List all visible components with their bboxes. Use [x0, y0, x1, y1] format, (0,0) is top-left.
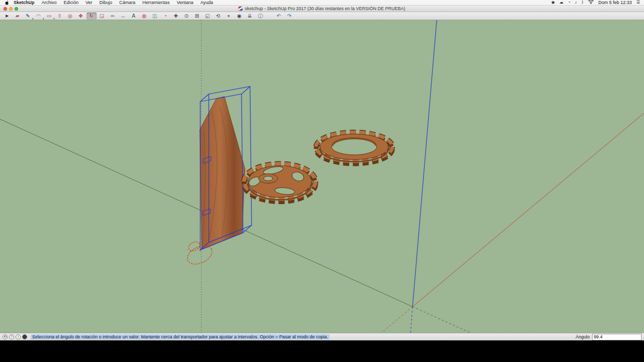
window-title-bar[interactable]: sketchup - SketchUp Pro 2017 (30 días re…	[0, 6, 644, 12]
look-around-icon: ◉	[234, 13, 245, 19]
time-machine-icon[interactable]: ◔	[568, 0, 571, 5]
sketchup-doc-icon	[238, 7, 243, 11]
menu-herramientas[interactable]: Herramientas	[139, 0, 173, 5]
eraser-icon: ▰	[13, 13, 23, 19]
zoom-extents-icon: ◱	[203, 13, 213, 19]
text-icon: A	[129, 13, 139, 19]
angle-label: Ángulo	[576, 334, 590, 339]
menu-status-area: ◉ ☁ ◔ ♪ ᛒ Dom 5 feb 12:33 ☰	[551, 0, 644, 6]
zoom-window-icon: ⊞	[192, 13, 202, 19]
tool-line-button[interactable]: ✎▾	[23, 13, 33, 20]
arc-icon: ◠	[34, 13, 44, 19]
measurement-area: Ángulo	[576, 334, 641, 340]
position-camera-icon: ⌖	[224, 13, 234, 19]
tool-rotate-button[interactable]: ↻	[87, 13, 97, 20]
angle-input[interactable]	[592, 334, 641, 340]
menu-camara[interactable]: Cámara	[116, 0, 139, 5]
help-icon[interactable]: ?	[9, 334, 14, 339]
screen: SketchUp Archivo Edición Ver Dibujo Cáma…	[0, 0, 644, 362]
close-button[interactable]	[4, 7, 7, 11]
apple-menu[interactable]	[3, 0, 10, 5]
protractor-center-point	[200, 250, 201, 251]
traffic-lights	[4, 7, 18, 11]
app-status-icon[interactable]: ◉	[551, 0, 555, 5]
walk-icon: ⇊	[245, 13, 255, 19]
menu-ventana[interactable]: Ventana	[173, 0, 197, 5]
rotate-icon: ↻	[87, 13, 97, 19]
minimize-button[interactable]	[9, 7, 13, 11]
move-icon: ✥	[76, 13, 86, 19]
tool-offset-button[interactable]: ◎	[65, 13, 75, 20]
tool-select-button[interactable]: ➤	[2, 13, 12, 20]
tool-paint-button[interactable]: ◍	[139, 13, 149, 20]
previous-view-icon: ⟲	[213, 13, 223, 19]
tool-text-button[interactable]: A	[129, 13, 139, 20]
paint-bucket-icon: ◍	[139, 13, 149, 19]
claim-credit-icon[interactable]: ●	[22, 334, 27, 339]
gear-hub-hole	[264, 176, 273, 181]
letterbox	[0, 340, 644, 362]
redo-icon: ↷	[284, 13, 294, 19]
menu-ayuda[interactable]: Ayuda	[197, 0, 216, 5]
tool-eraser-button[interactable]: ▰	[13, 13, 23, 20]
pan-icon: ✚	[171, 13, 181, 19]
dimension-icon: ↔	[118, 13, 128, 19]
canvas-background[interactable]	[0, 20, 644, 333]
tool-pushpull-button[interactable]: ⇧	[55, 13, 65, 20]
title-wrap: sketchup - SketchUp Pro 2017 (30 días re…	[0, 6, 644, 12]
tool-dimension-button[interactable]: ↔	[118, 13, 128, 20]
zoom-button[interactable]	[15, 7, 18, 11]
geolocation-icon[interactable]: ⟲	[3, 334, 8, 339]
wifi-icon[interactable]	[588, 0, 594, 6]
window-title: sketchup - SketchUp Pro 2017 (30 días re…	[245, 6, 405, 11]
zoom-icon: ⊙	[182, 13, 192, 19]
menu-edicion[interactable]: Edición	[60, 0, 83, 5]
tool-arc-button[interactable]: ◠▾	[34, 13, 44, 20]
undo-button[interactable]: ↶	[274, 13, 284, 20]
redo-button[interactable]: ↷	[284, 13, 294, 20]
tool-zoom-window-button[interactable]: ⊞	[192, 13, 202, 20]
tool-position-camera-button[interactable]: ⌖	[224, 13, 234, 20]
apple-icon	[5, 0, 9, 5]
tool-previous-view-button[interactable]: ⟲	[213, 13, 223, 20]
status-bar: ⟲ ? i ● Selecciona el ángulo de rotación…	[0, 333, 644, 340]
tool-walk-button[interactable]: ⇊	[245, 13, 255, 20]
tool-zoom-extents-button[interactable]: ◱	[203, 13, 213, 20]
select-icon: ➤	[2, 13, 12, 19]
tape-measure-icon: ═	[108, 13, 118, 19]
section-plane-icon: ◫	[150, 13, 160, 19]
drawing-canvas[interactable]	[0, 20, 644, 333]
model-info-icon: ⓘ	[256, 13, 266, 19]
tool-scale-button[interactable]: ◲	[97, 13, 107, 20]
offset-icon: ◎	[65, 13, 75, 19]
tool-tape-button[interactable]: ═	[108, 13, 118, 20]
macos-menu-bar: SketchUp Archivo Edición Ver Dibujo Cáma…	[0, 0, 644, 6]
menu-archivo[interactable]: Archivo	[38, 0, 60, 5]
pencil-icon: ✎	[23, 13, 33, 19]
menu-ver[interactable]: Ver	[82, 0, 96, 5]
instructor-icon[interactable]: i	[16, 334, 21, 339]
undo-icon: ↶	[274, 13, 284, 19]
status-message: Selecciona el ángulo de rotación o intro…	[31, 334, 330, 340]
icloud-icon[interactable]: ☁	[559, 0, 564, 5]
pushpull-icon: ⇧	[55, 13, 65, 19]
tool-move-button[interactable]: ✥	[76, 13, 86, 20]
toolbar: ➤ ▰ ✎▾ ◠▾ ▭▾ ⇧ ◎ ✥ ↻ ◲ ═ ↔ A ◍ ◫ ◔ ✚ ⊙ ⊞…	[0, 12, 644, 20]
tool-look-around-button[interactable]: ◉	[234, 13, 245, 20]
rectangle-icon: ▭	[44, 13, 54, 19]
bluetooth-icon[interactable]: ᛒ	[581, 0, 584, 5]
tool-zoom-button[interactable]: ⊙	[182, 13, 192, 20]
menu-dibujo[interactable]: Dibujo	[96, 0, 116, 5]
tool-pan-button[interactable]: ✚	[171, 13, 181, 20]
notification-center-icon[interactable]: ☰	[636, 0, 640, 5]
menu-clock[interactable]: Dom 5 feb 12:33	[598, 0, 632, 5]
scale-icon: ◲	[97, 13, 107, 19]
tool-model-info-button[interactable]: ⓘ	[256, 13, 266, 20]
tool-orbit-button[interactable]: ◔	[160, 13, 171, 20]
volume-icon[interactable]: ♪	[575, 0, 577, 5]
tool-section-button[interactable]: ◫	[150, 13, 160, 20]
tool-shapes-button[interactable]: ▭▾	[44, 13, 54, 20]
orbit-icon: ◔	[160, 13, 171, 19]
menu-app-name[interactable]: SketchUp	[10, 0, 38, 5]
